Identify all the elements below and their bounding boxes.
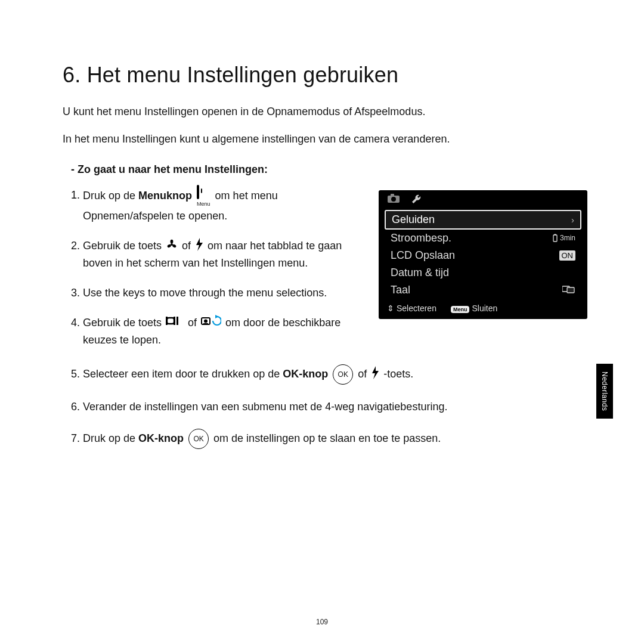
macro-flower-icon <box>166 239 178 255</box>
svg-rect-5 <box>167 318 174 324</box>
menu-chip-icon: Menu <box>451 306 470 313</box>
svg-rect-14 <box>391 194 394 196</box>
svg-marker-4 <box>196 238 203 251</box>
step-5-text-c: -toets. <box>380 368 413 380</box>
menu-button-icon: Menu <box>197 184 210 208</box>
svg-point-10 <box>204 320 208 323</box>
lcd-menu-list: Geluiden › Stroombesp. 3min LCD Opslaan … <box>379 210 587 301</box>
camera-tab-icon <box>387 194 400 208</box>
step-1-bold: Menuknop <box>138 189 192 201</box>
wrench-tab-icon <box>411 194 422 208</box>
step-5-of: of <box>355 368 370 380</box>
svg-rect-8 <box>177 317 178 325</box>
lcd-row-taal: Taal <box>385 281 581 299</box>
lcd-row-label: Datum & tijd <box>391 267 449 279</box>
display-icon <box>166 315 184 332</box>
updown-icon: ⇕ <box>387 304 394 313</box>
lcd-row-label: LCD Opslaan <box>391 249 455 262</box>
page-number: 109 <box>0 618 644 626</box>
lcd-row-label: Stroombesp. <box>391 232 451 244</box>
step-6: Verander de instellingen van een submenu… <box>83 399 587 414</box>
step-3-text: Use the keys to move through the menu se… <box>83 287 327 299</box>
lcd-foot-select: ⇕Selecteren <box>387 304 436 313</box>
step-7-bold: OK-knop <box>138 432 184 444</box>
step-4: Gebruik de toets of om door de beschikba… <box>83 315 366 348</box>
step-2-of: of <box>179 240 194 252</box>
svg-point-1 <box>171 240 174 243</box>
language-side-tab: Nederlands <box>596 364 613 419</box>
step-5: Selecteer een item door te drukken op de… <box>83 364 587 385</box>
svg-rect-11 <box>203 323 208 325</box>
face-timer-icon <box>201 315 221 332</box>
step-1: Druk op de Menuknop Menu om het menu Opn… <box>83 184 366 224</box>
lcd-row-label: Taal <box>391 284 410 296</box>
camera-lcd-screenshot: Geluiden › Stroombesp. 3min LCD Opslaan … <box>379 190 587 319</box>
steps-list-cont: Selecteer een item door te drukken op de… <box>63 364 587 449</box>
svg-rect-6 <box>166 317 168 325</box>
step-6-text: Verander de instellingen van een submenu… <box>83 401 447 413</box>
chevron-right-icon: › <box>571 215 574 225</box>
lcd-foot-close: MenuSluiten <box>451 304 497 313</box>
lcd-tab-bar <box>379 190 587 210</box>
svg-rect-16 <box>553 235 557 242</box>
lcd-row-label: Geluiden <box>392 213 435 226</box>
step-1-text-a: Druk op de <box>83 189 138 201</box>
step-7: Druk op de OK-knop OK om de instellingen… <box>83 429 587 449</box>
step-2-text-a: Gebruik de toets <box>83 240 165 252</box>
step-5-bold: OK-knop <box>283 368 328 380</box>
lcd-row-lcdopslaan: LCD Opslaan ON <box>385 247 581 264</box>
page-title: 6. Het menu Instellingen gebruiken <box>63 63 587 88</box>
intro-paragraph-2: In het menu Instellingen kunt u algemene… <box>63 132 587 146</box>
menu-button-label: Menu <box>197 200 210 208</box>
lcd-row-geluiden: Geluiden › <box>385 210 581 230</box>
steps-list: Druk op de Menuknop Menu om het menu Opn… <box>63 184 366 348</box>
svg-rect-19 <box>567 287 574 293</box>
intro-paragraph-1: U kunt het menu Instellingen openen in d… <box>63 104 587 119</box>
svg-rect-7 <box>174 317 175 325</box>
lcd-row-datumtijd: Datum & tijd <box>385 264 581 281</box>
step-4-of: of <box>185 317 200 329</box>
language-icon <box>562 285 575 295</box>
step-7-text-a: Druk op de <box>83 432 138 444</box>
flash-icon <box>195 238 203 255</box>
battery-timer-icon: 3min <box>552 234 575 242</box>
step-2: Gebruik de toets of om naar het tabblad … <box>83 238 366 271</box>
svg-marker-20 <box>372 366 379 379</box>
lcd-footer: ⇕Selecteren MenuSluiten <box>379 301 587 319</box>
step-7-text-c: om de instellingen op te slaan en toe te… <box>213 432 441 444</box>
svg-rect-17 <box>554 234 556 236</box>
subheading: - Zo gaat u naar het menu Instellingen: <box>71 163 587 176</box>
svg-marker-12 <box>215 315 219 318</box>
step-5-text-a: Selecteer een item door te drukken op de <box>83 368 283 380</box>
lcd-row-stroombesp: Stroombesp. 3min <box>385 230 581 247</box>
ok-button-icon: OK <box>333 364 353 385</box>
svg-point-15 <box>391 197 396 202</box>
ok-button-icon: OK <box>188 429 209 449</box>
flash-icon <box>371 366 379 383</box>
step-3: Use the keys to move through the menu se… <box>83 285 366 301</box>
step-4-text-a: Gebruik de toets <box>83 317 165 329</box>
on-badge: ON <box>559 250 576 261</box>
